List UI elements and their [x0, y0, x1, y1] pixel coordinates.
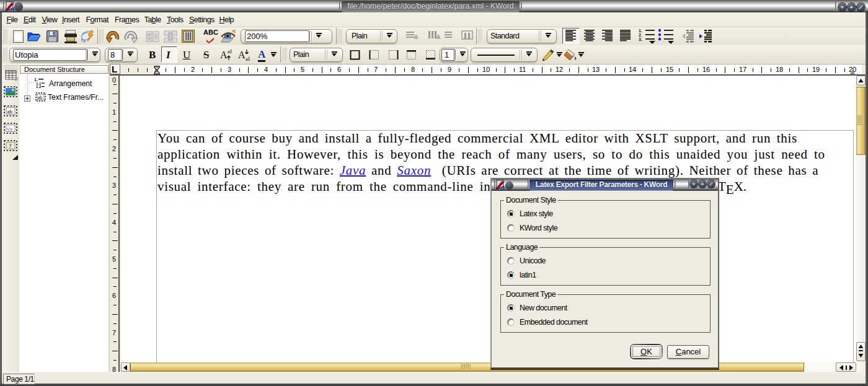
svg-text:i: i	[502, 186, 503, 190]
svg-text:i: i	[12, 8, 12, 12]
svg-text:1.2: 1.2	[36, 85, 42, 88]
svg-text:ab: ab	[38, 95, 42, 100]
svg-text:A: A	[238, 50, 246, 60]
svg-text:aI: aI	[228, 48, 232, 55]
svg-text:√x: √x	[7, 126, 12, 132]
svg-text:1.: 1.	[639, 29, 642, 33]
svg-text:1.: 1.	[34, 77, 38, 82]
svg-text:A: A	[220, 50, 228, 60]
svg-text:2.: 2.	[639, 33, 642, 37]
svg-text:3.: 3.	[639, 37, 642, 42]
svg-text:aI: aI	[246, 56, 250, 61]
svg-text:ab: ab	[7, 108, 13, 115]
svg-text:?: ?	[9, 143, 12, 149]
